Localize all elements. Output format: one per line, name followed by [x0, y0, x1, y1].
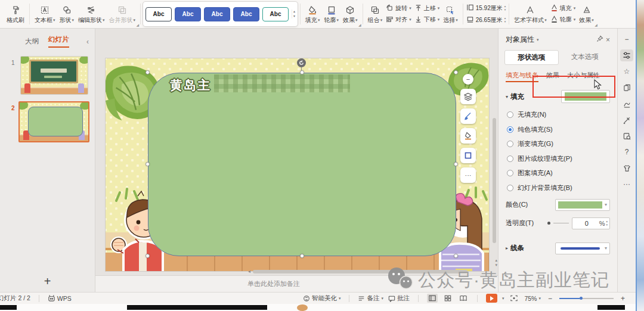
vertical-scroll-thumb[interactable] — [493, 118, 496, 243]
dropdown-caret-icon[interactable]: ▾ — [537, 38, 539, 42]
tab-text-options[interactable]: 文本选项 — [559, 50, 612, 65]
tab-outline[interactable]: 大纲 — [25, 37, 39, 46]
more-rail-button[interactable]: ··· — [620, 178, 633, 190]
selected-rounded-rectangle-shape[interactable] — [148, 73, 456, 256]
shape-style-preset[interactable]: Abc — [175, 7, 201, 21]
resize-handle-bottomright[interactable] — [454, 254, 458, 258]
signature-rail-button[interactable] — [620, 98, 633, 110]
align-button[interactable]: 对齐▾ — [385, 15, 413, 24]
move-down-button[interactable]: 下移▾ — [413, 15, 441, 24]
radio-pattern-fill[interactable]: 图案填充(A) — [507, 169, 617, 178]
favorites-rail-button[interactable]: ☆ — [620, 66, 633, 77]
dialog-launcher-icon[interactable]: ◢ — [136, 23, 139, 27]
rotate-button[interactable]: 旋转▾ — [385, 4, 413, 13]
shape-style-preset[interactable]: Abc — [145, 7, 172, 21]
wordart-effects-button[interactable]: 效果▾ — [577, 5, 596, 24]
slide-thumbnail-2[interactable] — [18, 101, 89, 142]
radio-background-fill[interactable]: 幻灯片背景填充(B) — [507, 184, 617, 192]
layers-button[interactable] — [460, 89, 476, 104]
brush-style-button[interactable] — [460, 108, 476, 124]
zoom-level[interactable]: 75% ▾ — [524, 295, 541, 302]
wordart-fill-button[interactable]: 填充▾ — [549, 4, 577, 13]
slideshow-play-button[interactable] — [486, 294, 497, 303]
slide-sorter-view-button[interactable] — [442, 294, 453, 303]
transparency-slider-handle[interactable] — [547, 222, 550, 225]
wordart-styles-button[interactable]: 艺术字样式▾ — [512, 5, 549, 24]
resize-handle-topright[interactable] — [454, 70, 458, 74]
scroll-left-icon[interactable]: ◂ — [248, 270, 250, 273]
fill-color-button[interactable] — [460, 128, 476, 144]
select-button[interactable]: 选择▾ — [441, 5, 460, 24]
format-painter-button[interactable]: 格式刷 — [5, 5, 26, 24]
zoom-out-button[interactable]: − — [546, 294, 555, 303]
edit-shape-button[interactable]: 编辑形状▾ — [76, 5, 107, 24]
reading-view-button[interactable] — [458, 294, 469, 303]
spinner-icon[interactable]: ▴▾ — [504, 5, 506, 11]
comments-button[interactable]: 批注 — [388, 294, 410, 303]
radio-gradient-fill[interactable]: 渐变填充(G) — [507, 139, 617, 148]
radio-solid-fill[interactable]: 纯色填充(S) — [507, 125, 617, 134]
collapse-rail-icon[interactable]: − — [620, 33, 633, 45]
collapse-panel-icon[interactable]: ‹ — [86, 38, 89, 46]
zoom-slider[interactable] — [559, 297, 614, 300]
shape-style-preset[interactable]: Abc — [204, 7, 230, 21]
collapse-toolbar-button[interactable]: − — [463, 74, 473, 85]
more-options-button[interactable]: ··· — [460, 167, 476, 183]
wps-ai-badge[interactable]: WPS — [48, 294, 72, 302]
help-rail-button[interactable]: ? — [620, 146, 633, 158]
line-style-dropdown[interactable]: ▾ — [555, 242, 610, 254]
line-section-header[interactable]: ▸ 线条 — [506, 244, 524, 253]
slide-editing-surface[interactable]: 黄岛主 — [106, 58, 489, 271]
shape-style-preset[interactable]: Abc — [262, 7, 289, 21]
radio-picture-fill[interactable]: 图片或纹理填充(P) — [507, 154, 617, 163]
zoom-in-button[interactable]: + — [618, 294, 627, 303]
spinner-icon[interactable]: ▴▾ — [504, 17, 506, 23]
close-panel-icon[interactable]: × — [606, 36, 610, 44]
rotation-handle[interactable] — [297, 58, 306, 67]
normal-view-button[interactable] — [427, 294, 438, 303]
dialog-launcher-icon[interactable]: ◢ — [595, 23, 597, 27]
resize-handle-topcenter[interactable] — [300, 70, 304, 74]
tab-shape-options[interactable]: 形状选项 — [504, 50, 559, 65]
play-options-caret-icon[interactable]: ▾ — [502, 296, 504, 301]
resize-handle-midright[interactable] — [454, 162, 458, 166]
pin-panel-icon[interactable] — [596, 35, 603, 44]
format-object-button[interactable] — [460, 148, 476, 163]
shapes-button[interactable]: 形状▾ — [58, 5, 76, 24]
transparency-slider-track[interactable] — [553, 223, 569, 223]
shape-width-field[interactable]: 26.65厘米 ▴▾ — [466, 15, 506, 25]
gallery-more-button[interactable]: ▴▾ — [292, 10, 295, 18]
move-up-button[interactable]: 上移▾ — [413, 4, 441, 13]
group-button[interactable]: 组合▾ — [366, 5, 385, 24]
dialog-launcher-icon[interactable]: ◢ — [358, 23, 361, 27]
fit-to-window-button[interactable] — [509, 294, 519, 303]
clipboard-rail-button[interactable] — [620, 82, 633, 94]
text-box-button[interactable]: 文本框▾ — [33, 5, 57, 24]
shape-style-preset[interactable]: Abc — [233, 7, 259, 21]
resize-handle-topleft[interactable] — [145, 70, 150, 74]
tab-slides[interactable]: 幻灯片 — [48, 35, 69, 48]
resize-handle-bottomleft[interactable] — [145, 254, 150, 258]
spinner-icon[interactable]: ▴▾ — [606, 220, 608, 226]
skin-rail-button[interactable] — [620, 162, 633, 174]
resize-handle-bottomcenter[interactable] — [300, 254, 304, 258]
fill-section-header[interactable]: ▾ 填充 — [506, 92, 524, 101]
smart-beautify-button[interactable]: 智能美化 ▾ — [303, 294, 341, 303]
radio-no-fill[interactable]: 无填充(N) — [507, 110, 617, 119]
shape-outline-button[interactable]: 轮廓▾ — [323, 5, 341, 24]
object-properties-rail-button[interactable] — [620, 49, 633, 61]
shape-fill-button[interactable]: 填充▾ — [304, 5, 322, 24]
color-dropdown[interactable]: ▾ — [555, 199, 610, 211]
shape-effects-button[interactable]: 效果▾ — [341, 5, 360, 24]
wordart-outline-button[interactable]: 轮廓▾ — [549, 15, 577, 24]
resize-handle-midleft[interactable] — [145, 162, 150, 166]
transparency-value-field[interactable]: 0 % ▴▾ — [572, 217, 610, 229]
shape-height-field[interactable]: 15.92厘米 ▴▾ — [466, 3, 506, 13]
research-rail-button[interactable] — [620, 130, 633, 142]
shape-title-text[interactable]: 黄岛主 — [170, 77, 211, 94]
page-up-down-buttons[interactable]: ▴▾ — [495, 258, 497, 267]
add-slide-button[interactable]: + — [0, 275, 95, 288]
notes-button[interactable]: 备注 ▾ — [358, 294, 383, 303]
slide-thumbnail-1[interactable] — [20, 56, 88, 95]
tools-rail-button[interactable] — [620, 114, 633, 126]
